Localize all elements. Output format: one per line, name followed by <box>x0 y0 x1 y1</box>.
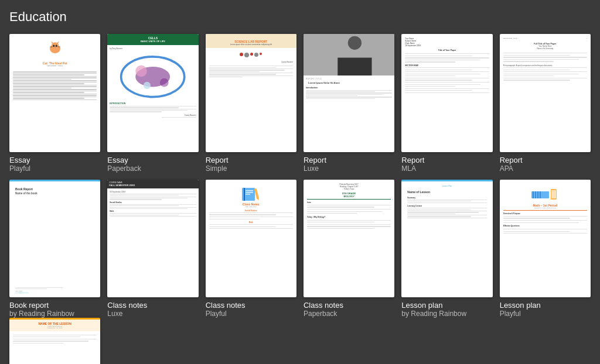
thumbnail-essay-playful: Cat: The Ideal Pet Casey Baumer · Grade … <box>9 34 100 152</box>
template-grid: Cat: The Ideal Pet Casey Baumer · Grade … <box>9 34 591 318</box>
thumbnail-essay-paperback: CELLS BASIC UNITS OF LIFE by Dory Baumer… <box>107 34 198 152</box>
thumbnail-book-report: Book Report Name of the book Your Name M… <box>9 180 100 298</box>
card-report-luxe[interactable]: REPORT TITLE Lorem Ipsum Dolor Sit Amet … <box>304 34 394 173</box>
card-label-class-notes-paperback: Class notes Paperback <box>304 301 394 318</box>
svg-rect-23 <box>246 194 250 195</box>
card-book-report[interactable]: Book Report Name of the book Your Name M… <box>9 180 100 318</box>
thumbnail-report-mla: Your Name Subject Name Class Name 18 Sep… <box>401 34 492 152</box>
svg-rect-29 <box>537 191 538 198</box>
card-essay-playful[interactable]: Cat: The Ideal Pet Casey Baumer · Grade … <box>9 34 100 173</box>
card-class-notes-playful[interactable]: Class Notes Date: 00/00/0000 Social Stud… <box>206 180 296 318</box>
thumbnail-lesson-bottom: NAME OF THE LESSON Lorem Ipsum Dolor Sit… <box>9 318 100 364</box>
card-label-class-notes-playful: Class notes Playful <box>206 301 296 318</box>
card-label-report-mla: Report MLA <box>401 156 492 173</box>
svg-rect-27 <box>533 191 534 198</box>
svg-rect-32 <box>551 190 556 198</box>
card-essay-paperback[interactable]: CELLS BASIC UNITS OF LIFE by Dory Baumer… <box>107 34 198 173</box>
svg-point-14 <box>160 78 169 87</box>
second-row-partial: NAME OF THE LESSON Lorem Ipsum Dolor Sit… <box>9 318 591 364</box>
card-label-report-simple: Report Simple <box>206 156 296 173</box>
svg-rect-28 <box>535 191 536 198</box>
card-label-report-apa: Report APA <box>500 156 591 173</box>
svg-rect-30 <box>540 191 541 198</box>
svg-point-15 <box>144 82 151 89</box>
thumbnail-report-apa: Running head: TITLE... 1 Full Title of Y… <box>500 34 591 152</box>
thumbnail-report-simple: SCIENCE LAB REPORT Lorem ipsum dolor sit… <box>206 34 296 152</box>
thumbnail-class-notes-playful: Class Notes Date: 00/00/0000 Social Stud… <box>206 180 296 298</box>
card-report-apa[interactable]: Running head: TITLE... 1 Full Title of Y… <box>500 34 591 173</box>
svg-marker-3 <box>57 41 59 44</box>
card-label-essay-paperback: Essay Paperback <box>107 156 198 173</box>
page-title: Education <box>9 9 591 25</box>
card-report-simple[interactable]: SCIENCE LAB REPORT Lorem ipsum dolor sit… <box>206 34 296 173</box>
card-class-notes-luxe[interactable]: COURSE NAME FALL SEMESTER 20XX 04 Septem… <box>107 180 198 318</box>
svg-rect-24 <box>254 188 260 199</box>
card-label-report-luxe: Report Luxe <box>304 156 394 173</box>
card-lesson-plan-playful[interactable]: Math – 1st Period Teacher Ms. Poke · Due… <box>500 180 591 318</box>
svg-point-17 <box>348 36 362 49</box>
svg-rect-21 <box>246 190 253 191</box>
thumbnail-class-notes-paperback: Roberta Baumring GrE7Reading: Chapter Gr… <box>304 180 394 298</box>
thumbnail-class-notes-luxe: COURSE NAME FALL SEMESTER 20XX 04 Septem… <box>107 180 198 298</box>
card-label-essay-playful: Essay Playful <box>9 156 100 173</box>
svg-rect-22 <box>246 192 253 193</box>
svg-marker-2 <box>51 41 53 44</box>
svg-point-6 <box>54 47 56 48</box>
svg-point-5 <box>55 44 57 47</box>
card-label-book-report: Book report by Reading Rainbow <box>9 301 100 318</box>
svg-rect-20 <box>244 188 245 201</box>
card-lesson-bottom[interactable]: NAME OF THE LESSON Lorem Ipsum Dolor Sit… <box>9 318 100 364</box>
card-lesson-plan-rr[interactable]: Lesson Plan Name of Lesson Summary Learn… <box>401 180 492 318</box>
card-label-lesson-plan-rr: Lesson plan by Reading Rainbow <box>401 301 492 318</box>
card-label-class-notes-luxe: Class notes Luxe <box>107 301 198 318</box>
svg-point-4 <box>53 44 54 47</box>
card-label-lesson-plan-playful: Lesson plan Playful <box>500 301 591 318</box>
card-class-notes-paperback[interactable]: Roberta Baumring GrE7Reading: Chapter Gr… <box>304 180 394 318</box>
thumbnail-lesson-plan-playful: Math – 1st Period Teacher Ms. Poke · Due… <box>500 180 591 298</box>
card-report-mla[interactable]: Your Name Subject Name Class Name 18 Sep… <box>401 34 492 173</box>
svg-rect-18 <box>338 57 371 75</box>
thumbnail-report-luxe: REPORT TITLE Lorem Ipsum Dolor Sit Amet … <box>304 34 394 152</box>
svg-point-13 <box>136 66 148 77</box>
thumbnail-lesson-plan-rr: Lesson Plan Name of Lesson Summary Learn… <box>401 180 492 298</box>
